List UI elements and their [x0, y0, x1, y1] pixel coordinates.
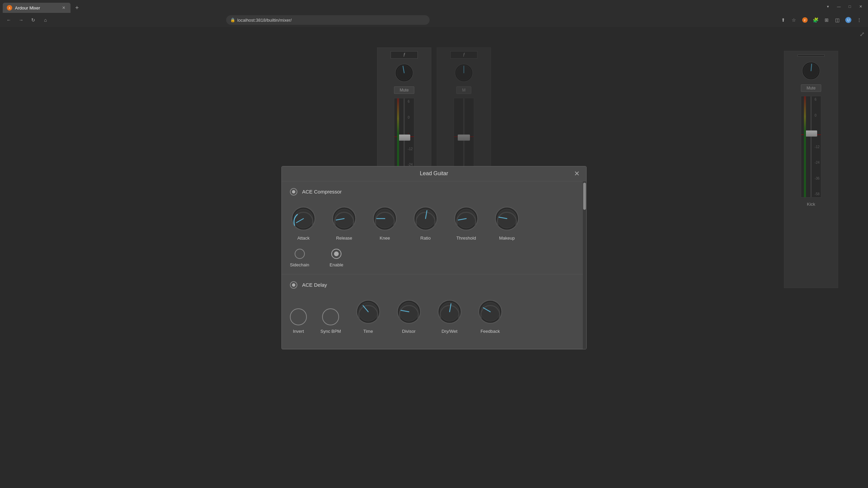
menu-btn[interactable]: ⋮ [854, 15, 864, 25]
home-button[interactable]: ⌂ [41, 15, 50, 25]
svg-text:U: U [847, 18, 849, 22]
active-tab[interactable]: A Ardour Mixer ✕ [3, 3, 71, 13]
svg-text:F: F [804, 19, 806, 22]
release-label: Release [336, 236, 352, 241]
sync-bpm-label: Sync BPM [320, 329, 341, 334]
restore-btn[interactable]: □ [845, 2, 854, 11]
knee-knob-item: Knee [371, 205, 398, 241]
bookmark-btn[interactable]: ☆ [789, 15, 799, 25]
ratio-label: Ratio [420, 236, 431, 241]
ratio-knob-item: Ratio [412, 205, 439, 241]
new-tab-button[interactable]: + [72, 3, 82, 13]
sidechain-radio[interactable] [295, 249, 305, 259]
browser-actions: ⬆ ☆ F 🧩 ⊞ ◫ U ⋮ [778, 15, 864, 25]
sidechain-toggle-item: Sidechain [290, 249, 309, 267]
ace-compressor-header: ACE Compressor [290, 188, 578, 196]
modal-close-button[interactable]: ✕ [572, 169, 581, 178]
attack-label: Attack [297, 236, 310, 241]
url-lock-icon: 🔒 [230, 18, 235, 22]
delay-knobs: Invert Sync BPM [290, 298, 578, 334]
makeup-knob-item: Makeup [493, 205, 520, 241]
enable-radio[interactable] [331, 249, 341, 259]
url-bar[interactable]: 🔒 localhost:3818/builtin/mixer/ [226, 15, 430, 25]
tabgroups-btn[interactable]: ⊞ [822, 15, 831, 25]
makeup-knob[interactable] [493, 205, 520, 232]
threshold-label: Threshold [456, 236, 476, 241]
tab-bar: A Ardour Mixer ✕ + ▾ — □ ✕ [0, 0, 868, 13]
time-knob-item: Time [355, 298, 382, 334]
ace-delay-header: ACE Delay [290, 281, 578, 289]
forward-button[interactable]: → [16, 15, 26, 25]
ace-delay-section: ACE Delay Invert Sync BPM [282, 274, 586, 349]
url-text: localhost:3818/builtin/mixer/ [237, 18, 292, 23]
ace-delay-enable[interactable] [290, 281, 297, 289]
back-button[interactable]: ← [4, 15, 14, 25]
feedback-knob-item: Feedback [477, 298, 504, 334]
threshold-knob-item: Threshold [453, 205, 480, 241]
threshold-knob[interactable] [453, 205, 480, 232]
sync-bpm-radio[interactable] [322, 308, 339, 325]
lead-guitar-modal: Lead Guitar ✕ ACE Compressor [281, 166, 587, 349]
compressor-knobs: Attack Release [290, 205, 578, 241]
invert-label: Invert [293, 329, 304, 334]
modal-scrollbar[interactable] [583, 181, 586, 349]
modal-scroll-area[interactable]: ACE Compressor [282, 181, 586, 349]
svg-text:A: A [9, 7, 11, 9]
divisor-knob-item: Divisor [395, 298, 422, 334]
ace-compressor-section: ACE Compressor [282, 181, 586, 274]
minimize-btn[interactable]: — [834, 2, 844, 11]
tab-list-btn[interactable]: ▾ [823, 2, 833, 11]
profile-btn[interactable]: U [844, 15, 853, 25]
divisor-label: Divisor [402, 329, 416, 334]
divisor-knob[interactable] [395, 298, 422, 325]
makeup-label: Makeup [499, 236, 515, 241]
attack-knob[interactable] [290, 205, 317, 232]
address-bar: ← → ↻ ⌂ 🔒 localhost:3818/builtin/mixer/ … [0, 13, 868, 27]
modal-scrollthumb[interactable] [583, 183, 586, 210]
drywet-knob[interactable] [436, 298, 463, 325]
time-knob[interactable] [355, 298, 382, 325]
window-controls: ▾ — □ ✕ [821, 0, 868, 13]
modal-overlay: Lead Guitar ✕ ACE Compressor [0, 27, 868, 488]
compressor-toggles: Sidechain Enable [290, 249, 578, 267]
mixer-area: ⤢ f Mute 60--12-24-36-58 Bass f [0, 27, 868, 488]
release-knob[interactable] [331, 205, 358, 232]
sidechain-label: Sidechain [290, 262, 309, 267]
drywet-label: Dry/Wet [441, 329, 457, 334]
invert-radio[interactable] [290, 308, 307, 325]
ratio-knob[interactable] [412, 205, 439, 232]
knee-knob[interactable] [371, 205, 398, 232]
feedback-label: Feedback [480, 329, 500, 334]
ace-delay-name: ACE Delay [302, 282, 327, 288]
ace-compressor-enable[interactable] [290, 188, 297, 196]
modal-titlebar: Lead Guitar ✕ [282, 166, 586, 181]
tab-favicon: A [7, 5, 12, 11]
refresh-button[interactable]: ↻ [28, 15, 38, 25]
enable-toggle-item: Enable [330, 249, 343, 267]
knee-label: Knee [380, 236, 390, 241]
firefox-icon[interactable]: F [800, 15, 810, 25]
close-btn[interactable]: ✕ [856, 2, 865, 11]
drywet-knob-item: Dry/Wet [436, 298, 463, 334]
sidebar-btn[interactable]: ◫ [833, 15, 842, 25]
time-label: Time [363, 329, 373, 334]
enable-label: Enable [330, 262, 343, 267]
invert-item: Invert [290, 308, 307, 334]
feedback-knob[interactable] [477, 298, 504, 325]
modal-title: Lead Guitar [420, 170, 448, 177]
tab-label: Ardour Mixer [15, 5, 40, 11]
attack-knob-item: Attack [290, 205, 317, 241]
ace-compressor-name: ACE Compressor [302, 189, 342, 195]
extensions-btn[interactable]: 🧩 [811, 15, 821, 25]
sync-bpm-item: Sync BPM [320, 308, 341, 334]
tab-close-btn[interactable]: ✕ [61, 5, 66, 11]
release-knob-item: Release [331, 205, 358, 241]
browser-chrome: A Ardour Mixer ✕ + ▾ — □ ✕ ← → ↻ ⌂ 🔒 loc… [0, 0, 868, 27]
share-btn[interactable]: ⬆ [778, 15, 788, 25]
